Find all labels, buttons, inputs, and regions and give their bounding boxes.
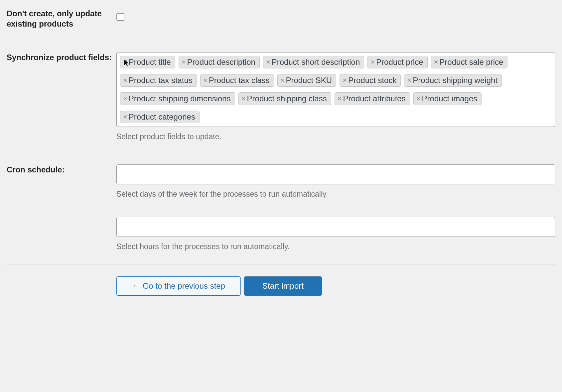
start-import-button[interactable]: Start import [244, 276, 322, 296]
remove-tag-icon[interactable]: × [434, 58, 438, 66]
tag-label: Product categories [129, 113, 195, 121]
tag-label: Product stock [348, 76, 396, 84]
remove-tag-icon[interactable]: × [416, 95, 421, 102]
tag-product-price[interactable]: ×Product price [367, 56, 427, 68]
label-cron: Cron schedule: [7, 164, 116, 175]
remove-tag-icon[interactable]: × [280, 77, 285, 84]
divider [7, 264, 555, 265]
prev-step-label: Go to the previous step [143, 282, 225, 290]
prev-step-button[interactable]: ← Go to the previous step [116, 276, 241, 296]
help-sync-fields: Select product fields to update. [116, 132, 555, 141]
tag-product-shipping-class[interactable]: ×Product shipping class [238, 92, 331, 105]
remove-tag-icon[interactable]: × [123, 58, 127, 66]
tag-product-categories[interactable]: ×Product categories [120, 111, 200, 123]
tag-label: Product shipping dimensions [129, 95, 231, 103]
button-row: ← Go to the previous step Start import [7, 276, 555, 296]
tag-product-shipping-weight[interactable]: ×Product shipping weight [404, 74, 502, 87]
row-update-only: Don't create, only update existing produ… [7, 8, 555, 29]
remove-tag-icon[interactable]: × [203, 77, 208, 84]
tag-label: Product SKU [286, 76, 332, 84]
tag-product-short-description[interactable]: ×Product short description [263, 56, 364, 68]
remove-tag-icon[interactable]: × [241, 95, 246, 102]
tag-product-tax-class[interactable]: ×Product tax class [200, 74, 274, 87]
label-update-only: Don't create, only update existing produ… [7, 8, 116, 29]
remove-tag-icon[interactable]: × [123, 95, 127, 102]
tag-label: Product tax class [209, 76, 270, 84]
tag-label: Product title [129, 58, 171, 66]
tag-product-title[interactable]: ×Product title [120, 56, 175, 68]
tag-label: Product sale price [439, 58, 503, 66]
remove-tag-icon[interactable]: × [343, 77, 347, 84]
row-cron-days: Cron schedule: Select days of the week f… [7, 164, 555, 199]
tag-product-images[interactable]: ×Product images [413, 92, 482, 105]
remove-tag-icon[interactable]: × [370, 58, 375, 66]
remove-tag-icon[interactable]: × [123, 113, 127, 121]
tag-label: Product price [376, 58, 423, 66]
tag-product-tax-status[interactable]: ×Product tax status [120, 74, 197, 87]
tag-product-description[interactable]: ×Product description [179, 56, 260, 68]
checkbox-update-only[interactable] [116, 13, 124, 21]
row-sync-fields: Synchronize product fields: ×Product tit… [7, 52, 555, 141]
tag-label: Product attributes [343, 95, 406, 103]
tag-label: Product images [422, 95, 478, 103]
row-cron-hours: Select hours for the processes to run au… [7, 217, 555, 251]
remove-tag-icon[interactable]: × [407, 77, 411, 84]
arrow-left-icon: ← [132, 282, 139, 290]
cron-hours-select[interactable] [116, 217, 555, 237]
tag-product-sku[interactable]: ×Product SKU [277, 74, 337, 87]
remove-tag-icon[interactable]: × [182, 58, 186, 66]
tag-label: Product short description [272, 58, 360, 66]
tag-label: Product description [187, 58, 255, 66]
tag-product-shipping-dimensions[interactable]: ×Product shipping dimensions [120, 92, 235, 105]
help-cron-hours: Select hours for the processes to run au… [116, 242, 555, 251]
tag-label: Product tax status [129, 76, 193, 84]
remove-tag-icon[interactable]: × [266, 58, 270, 66]
remove-tag-icon[interactable]: × [123, 77, 127, 84]
help-cron-days: Select days of the week for the processe… [116, 190, 555, 199]
tag-label: Product shipping class [247, 95, 327, 103]
tag-product-stock[interactable]: ×Product stock [340, 74, 401, 87]
label-sync-fields: Synchronize product fields: [7, 52, 116, 62]
tag-product-sale-price[interactable]: ×Product sale price [431, 56, 508, 68]
sync-fields-multiselect[interactable]: ×Product title×Product description×Produ… [116, 52, 555, 127]
tag-label: Product shipping weight [413, 76, 497, 84]
tag-product-attributes[interactable]: ×Product attributes [335, 92, 410, 105]
remove-tag-icon[interactable]: × [338, 95, 342, 102]
start-import-label: Start import [262, 282, 304, 290]
cron-days-select[interactable] [116, 164, 555, 184]
